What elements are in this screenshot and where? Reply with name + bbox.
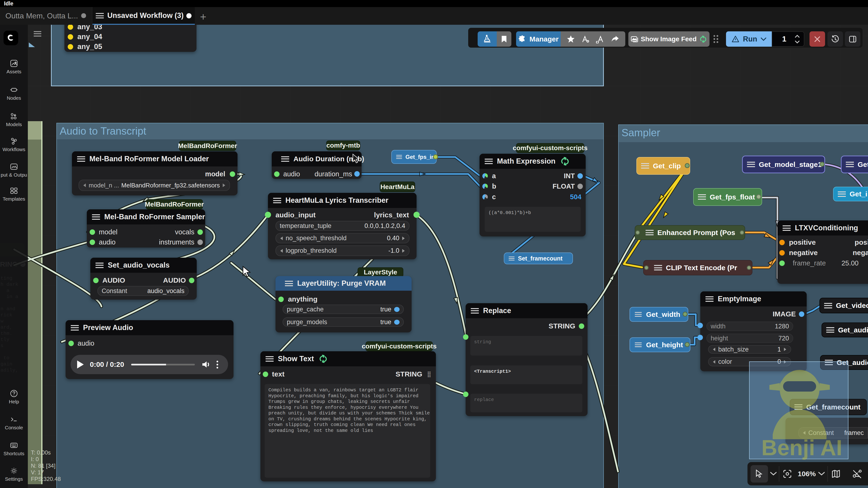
svg-text:Benji AI: Benji AI (762, 435, 842, 460)
